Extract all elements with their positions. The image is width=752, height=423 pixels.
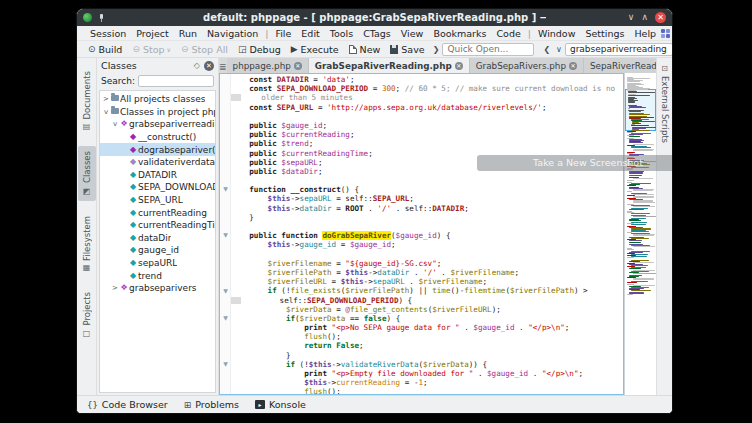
- tab-close-icon[interactable]: ✕: [294, 62, 302, 70]
- editor-tab-GrabSepaRivers.php[interactable]: GrabSepaRivers.php✕: [470, 58, 584, 73]
- sidebar-tab-filesystem[interactable]: Filesystem▦: [78, 211, 96, 278]
- statusbar-konsole[interactable]: ▸Konsole: [255, 399, 306, 410]
- tree-item-label: trend: [138, 271, 162, 281]
- tree-item[interactable]: ◆SEPA_URL: [100, 194, 215, 207]
- left-dock-tabbar: Documents▤Classes◩Filesystem▦Projects□: [77, 58, 97, 395]
- tree-item[interactable]: >❖grabseparivers: [100, 282, 215, 295]
- tree-item[interactable]: ◆validateriverdata(mixed): [100, 156, 215, 169]
- sidebar-tab-documents[interactable]: Documents▤: [78, 66, 96, 136]
- build-button[interactable]: ⊙Build: [83, 44, 127, 55]
- code-token: public: [249, 139, 281, 148]
- execute-button[interactable]: ▶Execute: [286, 44, 344, 55]
- toolbar-overflow-chevron[interactable]: ❯: [430, 45, 443, 54]
- right-dock-tabbar: ⊡External Scripts: [656, 58, 672, 395]
- tree-item[interactable]: >All projects classes: [100, 93, 215, 106]
- fold-arrow-icon[interactable]: ▼: [221, 185, 230, 192]
- tree-item[interactable]: ◆DATADIR: [100, 169, 215, 182]
- quick-open-input[interactable]: [442, 43, 534, 56]
- fold-arrow-icon[interactable]: ▼: [221, 287, 230, 294]
- code-token: if: [286, 314, 295, 323]
- statusbar-code-browser[interactable]: {}Code Browser: [87, 399, 168, 410]
- nav-back-dropdown[interactable]: ∨: [553, 45, 565, 54]
- tree-expander-icon[interactable]: v: [111, 120, 119, 128]
- titlebar[interactable]: default: phppage - [ phppage:GrabSepaRiv…: [77, 9, 672, 26]
- save-label: Save: [401, 44, 424, 55]
- code-token: filemtime: [464, 286, 505, 295]
- classes-panel-title: Classes: [101, 60, 190, 71]
- identifier-search-input[interactable]: [565, 43, 673, 56]
- problems-icon: ⊞: [184, 400, 192, 410]
- editor-tab-GrabSepaRiverReading.php[interactable]: GrabSepaRiverReading.php✕: [309, 58, 470, 73]
- menu-project[interactable]: Project: [131, 28, 174, 39]
- code-token: 300: [382, 84, 396, 93]
- code-token: SEPA_URL: [373, 194, 410, 203]
- menu-bookmarks[interactable]: Bookmarks: [428, 28, 491, 39]
- tree-item[interactable]: ◆__construct(): [100, 131, 215, 144]
- fold-arrow-icon[interactable]: ▼: [221, 231, 230, 238]
- menu-window[interactable]: Window: [533, 28, 580, 39]
- tab-close-icon[interactable]: ✕: [455, 62, 463, 70]
- save-button[interactable]: Save: [385, 44, 429, 55]
- fold-icon-border[interactable]: ▼▼▼▼▼: [220, 74, 231, 394]
- fold-arrow-icon[interactable]: ▼: [221, 360, 230, 367]
- tree-expander-icon[interactable]: >: [102, 95, 110, 103]
- minimap-scrollbar[interactable]: [624, 73, 656, 395]
- tree-item[interactable]: ◆currentReadingTime: [100, 219, 215, 232]
- sidebar-tab-projects[interactable]: Projects□: [78, 287, 96, 343]
- sidebar-tab-external-scripts[interactable]: External Scripts: [660, 76, 670, 143]
- tree-item[interactable]: v❖grabsepariverreading: [100, 118, 215, 131]
- tree-item-label: dograbsepariver(mixed): [138, 145, 215, 155]
- code-token: .: [528, 369, 542, 378]
- tree-item[interactable]: ◆dograbsepariver(mixed): [100, 143, 215, 156]
- code-token: return: [304, 341, 336, 350]
- tree-item[interactable]: ◆sepaURL: [100, 257, 215, 270]
- pin-icon[interactable]: [97, 14, 105, 22]
- document-list-icon[interactable]: ≣: [219, 62, 227, 73]
- tree-expander-icon[interactable]: v: [102, 108, 110, 116]
- sidebar-tab-classes[interactable]: Classes◩: [78, 146, 96, 200]
- tab-close-icon[interactable]: ✕: [569, 62, 577, 70]
- debug-button[interactable]: ◲Debug: [233, 44, 286, 55]
- area-switcher-icon[interactable]: [661, 29, 670, 38]
- menu-help[interactable]: Help: [629, 28, 661, 39]
- menu-navigation[interactable]: Navigation: [202, 28, 263, 39]
- statusbar-problems[interactable]: ⊞Problems: [184, 399, 239, 410]
- tree-item[interactable]: vClasses in project phppage: [100, 106, 215, 119]
- nav-back-button[interactable]: ❮: [540, 45, 553, 54]
- method-icon: ◆: [128, 146, 138, 154]
- menu-file[interactable]: File: [270, 28, 296, 39]
- code-token: .: [409, 268, 423, 277]
- tree-item[interactable]: ◆SEPA_DOWNLOAD_PERIOD: [100, 181, 215, 194]
- menu-tools[interactable]: Tools: [325, 28, 358, 39]
- detach-panel-icon[interactable]: ◇: [194, 61, 200, 70]
- code-area[interactable]: const DATADIR = 'data'; const SEPA_DOWNL…: [231, 74, 623, 394]
- tree-item[interactable]: ◆gauge_id: [100, 244, 215, 257]
- menu-ctags[interactable]: CTags: [358, 28, 396, 39]
- tree-item[interactable]: ◆trend: [100, 269, 215, 282]
- line-wrap-marker: [231, 94, 241, 101]
- menu-run[interactable]: Run: [174, 28, 202, 39]
- new-button[interactable]: New: [344, 44, 386, 55]
- close-button[interactable]: ✕: [655, 12, 666, 23]
- tree-item-label: __construct(): [138, 132, 196, 142]
- menu-settings[interactable]: Settings: [580, 28, 629, 39]
- tree-expander-icon[interactable]: >: [111, 284, 119, 292]
- code-token: $sepaURL: [281, 158, 318, 167]
- minimap-line: [633, 262, 654, 263]
- code-line: $riverFileURL = $this->sepaURL . $riverF…: [231, 277, 623, 286]
- minimize-button[interactable]: ∨: [628, 13, 635, 22]
- tree-item-label: currentReading: [138, 208, 207, 218]
- menu-session[interactable]: Session: [85, 28, 131, 39]
- maximize-button[interactable]: ∧: [641, 13, 648, 22]
- classes-toolview: Classes ◇ ✕ Search: >All projects classe…: [97, 58, 219, 395]
- tree-item[interactable]: ◆dataDir: [100, 232, 215, 245]
- menu-edit[interactable]: Edit: [296, 28, 324, 39]
- tree-item[interactable]: ◆currentReading: [100, 206, 215, 219]
- close-panel-icon[interactable]: ✕: [204, 61, 214, 71]
- fold-arrow-icon[interactable]: ▼: [221, 314, 230, 321]
- editor-tab-phppage.php[interactable]: phppage.php✕: [227, 58, 309, 73]
- classes-search-input[interactable]: [138, 75, 214, 87]
- editor-view[interactable]: ▼▼▼▼▼ const DATADIR = 'data'; const SEPA…: [219, 73, 624, 395]
- menu-view[interactable]: View: [396, 28, 429, 39]
- menu-code[interactable]: Code: [491, 28, 525, 39]
